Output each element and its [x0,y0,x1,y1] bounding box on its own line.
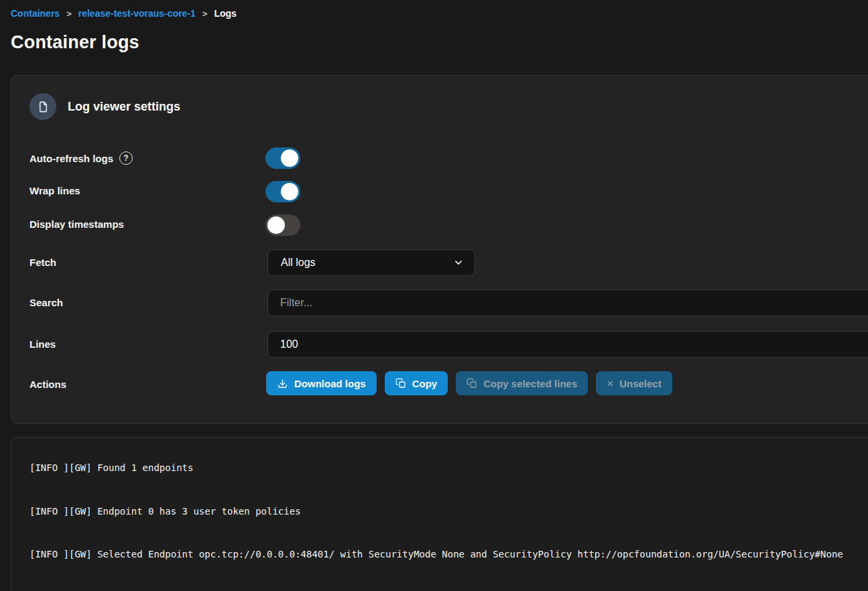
search-input[interactable] [267,289,868,316]
unselect-label: Unselect [619,378,662,389]
log-content: [INFO ][GW] Found 1 endpoints [INFO ][GW… [29,437,868,591]
search-label-text: Search [29,297,63,308]
actions-button-row: Download logs Copy Copy selected lines ×… [266,371,672,395]
auto-refresh-toggle[interactable] [265,147,300,169]
x-icon: × [607,378,613,389]
display-timestamps-toggle[interactable] [265,214,300,236]
display-timestamps-label: Display timestamps [29,218,124,230]
page-title: Container logs [11,32,139,53]
lines-input[interactable] [267,331,868,358]
search-label: Search [29,297,63,308]
log-line[interactable]: [INFO ][GW] Found 1 endpoints [29,461,868,476]
log-line[interactable]: [INFO ][GW] Selected Endpoint opc.tcp://… [29,547,868,562]
lines-label: Lines [29,338,56,350]
breadcrumb-logs: Logs [214,8,236,19]
fetch-selected-value: All logs [281,257,453,269]
lines-label-text: Lines [29,338,56,350]
breadcrumb: Containers > release-test-voraus-core-1 … [11,8,237,19]
breadcrumb-containers[interactable]: Containers [11,8,60,19]
fetch-select[interactable]: All logs [267,249,475,276]
wrap-lines-toggle[interactable] [265,181,300,202]
copy-selected-lines-label: Copy selected lines [483,378,577,389]
unselect-button[interactable]: × Unselect [596,371,672,395]
log-viewer-settings-panel: Log viewer settings Auto-refresh logs ? … [11,75,868,424]
actions-label-text: Actions [29,379,66,390]
breadcrumb-separator: > [202,9,208,19]
fetch-label-text: Fetch [29,257,56,268]
copy-icon [467,378,477,389]
download-logs-label: Download logs [294,378,366,389]
download-icon [277,378,288,389]
auto-refresh-label-text: Auto-refresh logs [29,153,113,164]
log-line[interactable]: [INFO ][GW] Endpoint 0 has 3 user token … [29,505,868,519]
breadcrumb-separator: > [66,9,72,19]
chevron-down-icon [453,257,464,268]
download-logs-button[interactable]: Download logs [266,371,377,395]
log-output-panel[interactable]: [INFO ][GW] Found 1 endpoints [INFO ][GW… [11,437,868,591]
actions-label: Actions [29,379,66,390]
panel-title: Log viewer settings [68,100,180,114]
auto-refresh-label: Auto-refresh logs ? [29,151,133,165]
help-icon[interactable]: ? [119,151,133,165]
copy-button[interactable]: Copy [385,371,448,395]
display-timestamps-label-text: Display timestamps [29,218,124,230]
panel-header: Log viewer settings [29,93,180,120]
document-icon [29,93,56,120]
fetch-label: Fetch [29,257,56,268]
copy-icon [395,378,406,389]
wrap-lines-label-text: Wrap lines [29,185,80,196]
breadcrumb-container-name[interactable]: release-test-voraus-core-1 [78,8,196,19]
wrap-lines-label: Wrap lines [29,185,80,196]
copy-label: Copy [412,378,438,389]
copy-selected-lines-button[interactable]: Copy selected lines [456,371,588,395]
